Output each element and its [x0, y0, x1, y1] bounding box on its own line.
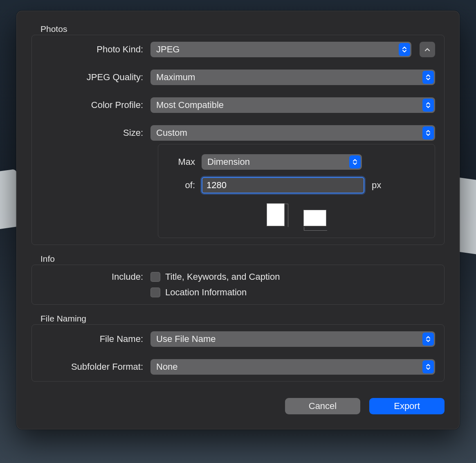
info-section-title: Info	[40, 254, 445, 264]
subfolder-format-select[interactable]: None	[150, 359, 435, 375]
jpeg-quality-value: Maximum	[156, 72, 195, 83]
size-select[interactable]: Custom	[150, 125, 435, 141]
updown-icon	[422, 360, 434, 373]
include-label: Include:	[41, 272, 150, 282]
unit-label: px	[372, 180, 381, 191]
photo-kind-value: JPEG	[156, 44, 180, 55]
photo-kind-select[interactable]: JPEG	[150, 42, 411, 57]
max-dimension-value: Dimension	[207, 157, 250, 167]
custom-size-panel: Max Dimension of: px	[158, 144, 435, 238]
updown-icon	[399, 43, 410, 56]
photos-section: Photo Kind: JPEG JPEG Quality:	[31, 35, 445, 245]
portrait-preview-icon	[267, 203, 285, 226]
max-label: Max	[173, 157, 202, 167]
title-keywords-caption-label: Title, Keywords, and Caption	[165, 272, 280, 282]
collapse-button[interactable]	[420, 42, 435, 57]
file-naming-section-title: File Naming	[40, 314, 445, 324]
location-info-label: Location Information	[165, 287, 247, 298]
max-dimension-select[interactable]: Dimension	[202, 154, 362, 170]
jpeg-quality-label: JPEG Quality:	[41, 72, 150, 83]
export-button-label: Export	[394, 401, 420, 411]
title-keywords-caption-checkbox[interactable]	[150, 272, 160, 282]
info-section: Include: Title, Keywords, and Caption Lo…	[31, 265, 445, 305]
size-preview	[173, 203, 420, 226]
subfolder-format-label: Subfolder Format:	[41, 362, 150, 372]
updown-icon	[422, 126, 434, 139]
updown-icon	[422, 99, 434, 112]
photos-section-title: Photos	[40, 24, 445, 34]
dialog-footer: Cancel Export	[31, 398, 445, 414]
chevron-up-icon	[424, 46, 430, 53]
max-dimension-input[interactable]	[202, 177, 364, 193]
size-value: Custom	[156, 128, 187, 138]
size-label: Size:	[41, 128, 150, 138]
color-profile-select[interactable]: Most Compatible	[150, 97, 435, 113]
subfolder-format-value: None	[156, 362, 178, 372]
file-name-value: Use File Name	[156, 334, 216, 344]
export-sheet: Photos Photo Kind: JPEG JPEG Quality:	[16, 11, 460, 429]
file-name-label: File Name:	[41, 334, 150, 344]
jpeg-quality-select[interactable]: Maximum	[150, 70, 435, 85]
file-naming-section: File Name: Use File Name Subfolder Forma…	[31, 324, 445, 382]
updown-icon	[422, 333, 434, 346]
updown-icon	[422, 71, 434, 84]
cancel-button-label: Cancel	[309, 401, 337, 411]
color-profile-value: Most Compatible	[156, 100, 224, 110]
cancel-button[interactable]: Cancel	[285, 398, 360, 414]
updown-icon	[349, 155, 361, 169]
file-name-select[interactable]: Use File Name	[150, 331, 435, 347]
landscape-preview-icon	[303, 210, 326, 226]
location-info-checkbox[interactable]	[150, 288, 160, 297]
photo-kind-label: Photo Kind:	[41, 44, 150, 55]
color-profile-label: Color Profile:	[41, 100, 150, 110]
export-button[interactable]: Export	[369, 398, 445, 414]
of-label: of:	[173, 180, 202, 191]
